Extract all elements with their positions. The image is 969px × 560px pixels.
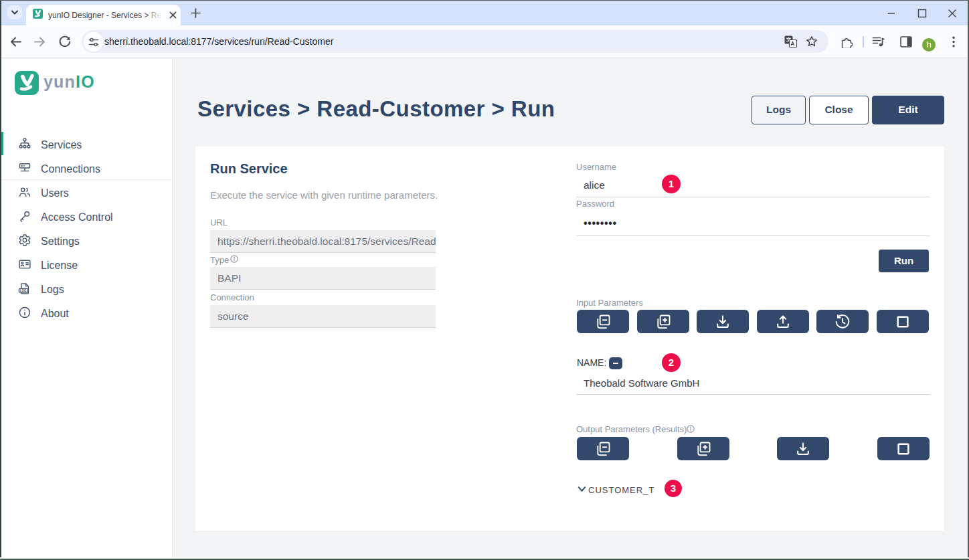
svg-text:LOG: LOG: [20, 289, 27, 292]
